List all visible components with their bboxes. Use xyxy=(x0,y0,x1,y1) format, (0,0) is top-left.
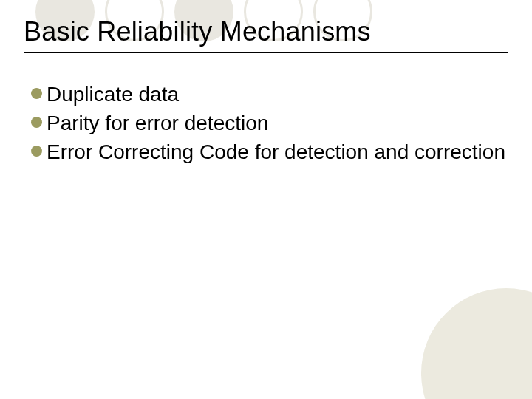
list-item: Error Correcting Code for detection and … xyxy=(31,139,508,165)
list-item: Parity for error detection xyxy=(31,110,508,136)
slide: Basic Reliability Mechanisms Duplicate d… xyxy=(0,0,532,165)
title-underline xyxy=(24,52,508,53)
bullet-text: Parity for error detection xyxy=(47,110,268,136)
slide-title: Basic Reliability Mechanisms xyxy=(24,16,508,47)
bullet-text: Error Correcting Code for detection and … xyxy=(47,139,505,165)
decorative-corner-circle xyxy=(421,288,532,399)
bullet-icon xyxy=(31,117,42,128)
list-item: Duplicate data xyxy=(31,81,508,107)
bullet-list: Duplicate data Parity for error detectio… xyxy=(24,81,508,165)
bullet-icon xyxy=(31,88,42,99)
bullet-text: Duplicate data xyxy=(47,81,179,107)
bullet-icon xyxy=(31,146,42,157)
